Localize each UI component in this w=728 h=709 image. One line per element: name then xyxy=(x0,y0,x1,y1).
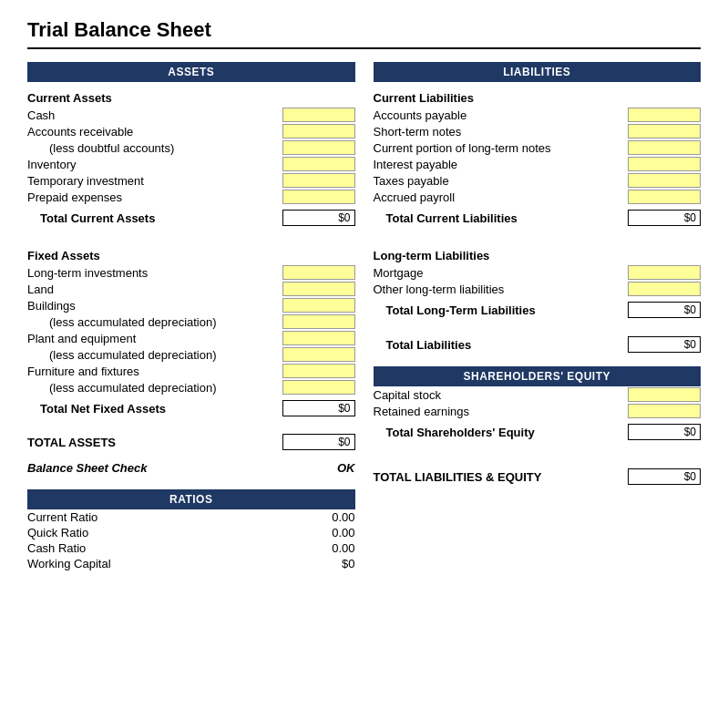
total-assets-value: $0 xyxy=(282,434,355,450)
row-longterm-investments: Long-term investments xyxy=(27,264,355,281)
current-longterm-label: Current portion of long-term notes xyxy=(374,141,629,155)
plant-depr-input[interactable] xyxy=(282,347,355,362)
row-plant-equipment: Plant and equipment xyxy=(27,330,355,346)
prepaid-expenses-label: Prepaid expenses xyxy=(27,190,282,204)
doubtful-accounts-label: (less doubtful accounts) xyxy=(27,141,282,155)
assets-header: ASSETS xyxy=(27,62,355,82)
furniture-depr-input[interactable] xyxy=(282,380,355,395)
accrued-payroll-input[interactable] xyxy=(628,190,701,204)
cash-ratio-value: 0.00 xyxy=(310,541,355,555)
land-input[interactable] xyxy=(282,282,355,296)
current-ratio-value: 0.00 xyxy=(310,510,355,524)
interest-payable-label: Interest payable xyxy=(374,158,629,171)
row-capital-stock: Capital stock xyxy=(374,386,702,403)
temporary-investment-input[interactable] xyxy=(282,173,355,188)
current-ratio-label: Current Ratio xyxy=(27,510,310,524)
retained-earnings-input[interactable] xyxy=(628,404,701,418)
cash-label: Cash xyxy=(27,108,282,122)
total-net-fixed-assets-row: Total Net Fixed Assets $0 xyxy=(27,397,355,419)
short-term-notes-input[interactable] xyxy=(628,124,701,139)
row-accrued-payroll: Accrued payroll xyxy=(374,189,702,205)
inventory-input[interactable] xyxy=(282,157,355,171)
accrued-payroll-label: Accrued payroll xyxy=(374,190,629,204)
taxes-payable-label: Taxes payable xyxy=(374,174,629,188)
mortgage-input[interactable] xyxy=(628,265,701,280)
row-doubtful-accounts: (less doubtful accounts) xyxy=(27,139,355,156)
liabilities-header: LIABILITIES xyxy=(374,62,702,82)
other-longterm-input[interactable] xyxy=(628,282,701,296)
total-liabilities-equity-label: TOTAL LIABILITIES & EQUITY xyxy=(374,470,542,484)
prepaid-expenses-input[interactable] xyxy=(282,190,355,204)
row-buildings-depr: (less accumulated depreciation) xyxy=(27,313,355,330)
total-assets-row: TOTAL ASSETS $0 xyxy=(27,432,355,452)
total-current-assets-row: Total Current Assets $0 xyxy=(27,207,355,229)
inventory-label: Inventory xyxy=(27,158,282,171)
buildings-depr-label: (less accumulated depreciation) xyxy=(27,315,282,329)
cash-ratio-label: Cash Ratio xyxy=(27,541,310,555)
ratio-working-capital: Working Capital $0 xyxy=(27,556,355,571)
capital-stock-label: Capital stock xyxy=(374,388,629,402)
row-short-term-notes: Short-term notes xyxy=(374,123,702,139)
plant-equipment-input[interactable] xyxy=(282,331,355,345)
accounts-receivable-label: Accounts receivable xyxy=(27,125,282,139)
ratios-header: RATIOS xyxy=(27,489,355,509)
quick-ratio-label: Quick Ratio xyxy=(27,526,310,539)
land-label: Land xyxy=(27,283,282,296)
row-accounts-payable: Accounts payable xyxy=(374,107,702,123)
total-assets-label: TOTAL ASSETS xyxy=(27,436,116,449)
row-temporary-investment: Temporary investment xyxy=(27,172,355,189)
buildings-input[interactable] xyxy=(282,298,355,313)
plant-equipment-label: Plant and equipment xyxy=(27,332,282,345)
accounts-payable-input[interactable] xyxy=(628,108,701,122)
other-longterm-label: Other long-term liabilities xyxy=(374,283,629,296)
total-liabilities-equity-value: $0 xyxy=(628,468,701,485)
total-liabilities-value: $0 xyxy=(628,336,701,353)
total-net-fixed-assets-label: Total Net Fixed Assets xyxy=(27,402,282,416)
balance-check-value: OK xyxy=(337,461,355,475)
buildings-depr-input[interactable] xyxy=(282,314,355,329)
longterm-investments-input[interactable] xyxy=(282,265,355,280)
shareholders-equity-header: SHAREHOLDERS' EQUITY xyxy=(374,366,702,386)
row-land: Land xyxy=(27,281,355,297)
current-liabilities-title: Current Liabilities xyxy=(374,91,702,105)
row-inventory: Inventory xyxy=(27,156,355,172)
total-liabilities-row: Total Liabilities $0 xyxy=(374,334,702,355)
plant-depr-label: (less accumulated depreciation) xyxy=(27,348,282,362)
row-interest-payable: Interest payable xyxy=(374,156,702,172)
total-shareholders-equity-label: Total Shareholders' Equity xyxy=(374,426,629,439)
longterm-investments-label: Long-term investments xyxy=(27,266,282,280)
row-furniture-depr: (less accumulated depreciation) xyxy=(27,379,355,396)
furniture-fixtures-input[interactable] xyxy=(282,364,355,378)
capital-stock-input[interactable] xyxy=(628,387,701,402)
doubtful-accounts-input[interactable] xyxy=(282,140,355,155)
accounts-receivable-input[interactable] xyxy=(282,124,355,139)
total-shareholders-equity-value: $0 xyxy=(628,424,701,440)
total-longterm-liabilities-value: $0 xyxy=(628,302,701,318)
total-current-liabilities-value: $0 xyxy=(628,210,701,226)
working-capital-label: Working Capital xyxy=(27,557,310,570)
mortgage-label: Mortgage xyxy=(374,266,629,280)
row-accounts-receivable: Accounts receivable xyxy=(27,123,355,139)
ratio-quick: Quick Ratio 0.00 xyxy=(27,525,355,540)
total-liabilities-label: Total Liabilities xyxy=(374,338,629,352)
longterm-liabilities-title: Long-term Liabilities xyxy=(374,249,702,262)
current-longterm-input[interactable] xyxy=(628,140,701,155)
ratio-current: Current Ratio 0.00 xyxy=(27,509,355,525)
total-longterm-liabilities-row: Total Long-Term Liabilities $0 xyxy=(374,299,702,321)
row-taxes-payable: Taxes payable xyxy=(374,172,702,189)
total-shareholders-equity-row: Total Shareholders' Equity $0 xyxy=(374,421,702,443)
current-assets-title: Current Assets xyxy=(27,91,355,105)
buildings-label: Buildings xyxy=(27,299,282,313)
row-furniture-fixtures: Furniture and fixtures xyxy=(27,363,355,379)
interest-payable-input[interactable] xyxy=(628,157,701,171)
taxes-payable-input[interactable] xyxy=(628,173,701,188)
working-capital-value: $0 xyxy=(310,557,355,570)
page-title: Trial Balance Sheet xyxy=(27,18,701,49)
accounts-payable-label: Accounts payable xyxy=(374,108,629,122)
row-prepaid-expenses: Prepaid expenses xyxy=(27,189,355,205)
total-longterm-liabilities-label: Total Long-Term Liabilities xyxy=(374,303,629,317)
retained-earnings-label: Retained earnings xyxy=(374,405,629,418)
cash-input[interactable] xyxy=(282,108,355,122)
total-current-liabilities-row: Total Current Liabilities $0 xyxy=(374,207,702,229)
quick-ratio-value: 0.00 xyxy=(310,526,355,539)
